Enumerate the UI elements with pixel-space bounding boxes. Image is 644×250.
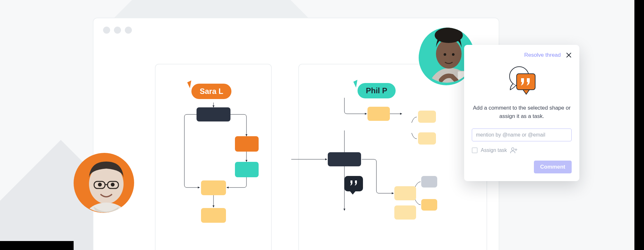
window-dot (103, 27, 110, 34)
background-bar (0, 241, 74, 250)
svg-point-11 (435, 28, 463, 43)
flow-node[interactable] (201, 208, 226, 223)
svg-point-13 (452, 53, 455, 56)
comment-popover: Resolve thread Add a comment to the sele… (464, 45, 579, 181)
window-dot (114, 27, 121, 34)
svg-point-10 (436, 39, 462, 69)
flow-node[interactable] (421, 176, 437, 188)
window-controls (103, 27, 132, 34)
collaborator-cursor-sara: Sara L (191, 84, 231, 99)
flow-node[interactable] (418, 111, 436, 123)
flow-node[interactable] (197, 107, 230, 121)
flow-node[interactable] (235, 162, 259, 177)
close-icon[interactable] (566, 52, 572, 58)
right-edge-shadow (634, 0, 644, 250)
comment-icon[interactable] (344, 176, 363, 191)
comment-hero-icon (472, 65, 572, 97)
comment-description: Add a comment to the selected shape or a… (472, 104, 572, 120)
assign-task-label: Assign task (481, 147, 507, 153)
flow-node[interactable] (394, 186, 416, 200)
svg-point-12 (444, 53, 446, 56)
assign-user-icon[interactable] (510, 147, 517, 154)
svg-point-20 (511, 148, 514, 150)
flow-node[interactable] (421, 199, 437, 211)
flow-node[interactable] (367, 107, 390, 121)
assign-task-checkbox[interactable] (472, 147, 478, 153)
flow-node[interactable] (328, 152, 361, 166)
flow-node[interactable] (201, 180, 226, 195)
collaborator-cursor-phil: Phil P (358, 83, 396, 98)
comment-input[interactable] (472, 129, 572, 141)
avatar-sara-image (74, 153, 138, 226)
resolve-thread-link[interactable]: Resolve thread (524, 52, 561, 58)
comment-button[interactable]: Comment (534, 161, 572, 173)
svg-point-4 (111, 183, 115, 187)
flow-node[interactable] (418, 132, 436, 145)
svg-point-3 (98, 183, 102, 187)
window-dot (125, 27, 132, 34)
flow-node[interactable] (235, 136, 259, 152)
cursor-label: Phil P (366, 86, 387, 95)
cursor-label: Sara L (200, 87, 223, 96)
svg-rect-19 (517, 74, 535, 90)
flow-node[interactable] (394, 205, 416, 220)
